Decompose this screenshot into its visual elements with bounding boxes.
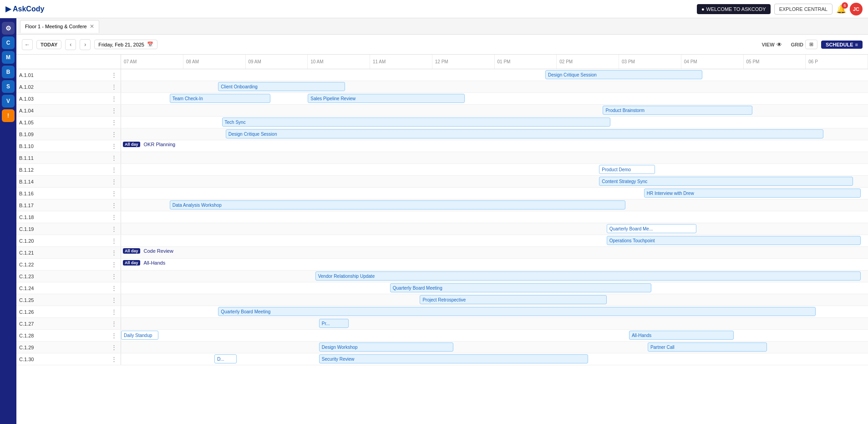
- room-events-cell: [121, 152, 868, 163]
- list-item[interactable]: Tech Sync: [222, 117, 610, 127]
- table-row: B.1.09⋮Design Critique Session: [16, 128, 868, 140]
- list-item[interactable]: Team Check-In: [170, 94, 271, 103]
- list-item[interactable]: Project Retrospective: [420, 295, 606, 304]
- list-item[interactable]: Data Analysis Workshop: [170, 200, 625, 209]
- list-item[interactable]: Quarterly Board Me...: [607, 224, 696, 233]
- room-menu-button[interactable]: ⋮: [110, 320, 118, 327]
- list-item[interactable]: Quarterly Board Meeting: [218, 307, 816, 316]
- table-row: C.1.25⋮Project Retrospective: [16, 294, 868, 306]
- room-events-cell: Design WorkshopPartner Call: [121, 342, 868, 353]
- time-label-7: 02 PM: [557, 55, 619, 69]
- main-layout: ⚙ C M B S V ! Floor 1 - Meeting & Confer…: [0, 18, 868, 424]
- time-label-2: 09 AM: [246, 55, 308, 69]
- explore-button[interactable]: EXPLORE CENTRAL: [774, 4, 832, 15]
- notification-button[interactable]: 🔔 6: [836, 4, 846, 14]
- floor-tab[interactable]: Floor 1 - Meeting & Confere ✕: [20, 20, 99, 33]
- room-menu-button[interactable]: ⋮: [110, 249, 118, 256]
- sidebar-item-V[interactable]: V: [2, 95, 15, 107]
- room-menu-button[interactable]: ⋮: [110, 261, 118, 268]
- list-item[interactable]: Quarterly Board Meeting: [390, 283, 651, 292]
- logo-text: AskCody: [13, 5, 44, 13]
- sidebar-item-S[interactable]: S: [2, 80, 15, 93]
- room-label-cell: C.1.24⋮: [16, 282, 121, 294]
- room-menu-button[interactable]: ⋮: [110, 190, 118, 197]
- room-name: B.1.12: [19, 167, 34, 173]
- allday-event[interactable]: All dayOKR Planning: [123, 142, 175, 147]
- today-button[interactable]: TODAY: [36, 40, 61, 49]
- room-menu-button[interactable]: ⋮: [110, 143, 118, 149]
- time-label-6: 01 PM: [495, 55, 557, 69]
- room-menu-button[interactable]: ⋮: [110, 95, 118, 102]
- room-menu-button[interactable]: ⋮: [110, 285, 118, 291]
- time-label-11: 06 P: [806, 55, 868, 69]
- allday-event[interactable]: All dayAll-Hands: [123, 260, 165, 266]
- list-item[interactable]: Product Brainstorm: [603, 106, 752, 115]
- list-item[interactable]: Client Onboarding: [218, 82, 345, 91]
- list-item[interactable]: Partner Call: [648, 342, 767, 352]
- schedule-button[interactable]: SCHEDULE ≡: [821, 41, 863, 49]
- room-menu-button[interactable]: ⋮: [110, 202, 118, 209]
- room-events-cell: Tech Sync: [121, 117, 868, 128]
- back-button[interactable]: ←: [22, 39, 33, 50]
- room-name: A.1.05: [19, 120, 34, 125]
- list-item[interactable]: Daily Standup: [121, 331, 158, 340]
- room-menu-button[interactable]: ⋮: [110, 166, 118, 173]
- room-name: C.1.25: [19, 297, 34, 303]
- room-menu-button[interactable]: ⋮: [110, 308, 118, 315]
- list-item[interactable]: HR Interview with Drew: [644, 189, 861, 198]
- list-item[interactable]: Content Strategy Sync: [599, 177, 853, 186]
- room-menu-button[interactable]: ⋮: [110, 72, 118, 78]
- prev-button[interactable]: ‹: [65, 39, 76, 50]
- list-item[interactable]: Security Review: [319, 354, 588, 363]
- room-menu-button[interactable]: ⋮: [110, 237, 118, 244]
- sidebar-item-alert[interactable]: !: [2, 109, 15, 122]
- room-label-cell: C.1.25⋮: [16, 294, 121, 306]
- room-menu-button[interactable]: ⋮: [110, 225, 118, 232]
- event-label: OKR Planning: [144, 142, 176, 147]
- close-tab-icon[interactable]: ✕: [90, 23, 94, 30]
- room-menu-button[interactable]: ⋮: [110, 178, 118, 185]
- list-item[interactable]: Vendor Relationship Update: [315, 271, 861, 281]
- room-menu-button[interactable]: ⋮: [110, 356, 118, 363]
- list-item[interactable]: Design Critique Session: [226, 129, 823, 138]
- room-label-cell: A.1.05⋮: [16, 117, 121, 128]
- room-menu-button[interactable]: ⋮: [110, 131, 118, 138]
- room-menu-button[interactable]: ⋮: [110, 344, 118, 351]
- list-item[interactable]: Design Critique Session: [545, 70, 702, 79]
- room-menu-button[interactable]: ⋮: [110, 154, 118, 161]
- list-item[interactable]: Pr...: [319, 319, 349, 328]
- room-menu-button[interactable]: ⋮: [110, 119, 118, 126]
- list-item[interactable]: Operations Touchpoint: [607, 236, 861, 245]
- calendar-area[interactable]: 07 AM08 AM09 AM10 AM11 AM12 PM01 PM02 PM…: [16, 55, 868, 424]
- table-row: B.1.16⋮HR Interview with Drew: [16, 188, 868, 199]
- room-events-cell: Team Check-InSales Pipeline Review: [121, 93, 868, 104]
- grid-toggle[interactable]: ⊞: [805, 40, 817, 49]
- logo-icon: ▶: [5, 5, 11, 13]
- list-item[interactable]: D...: [214, 354, 237, 363]
- room-label-cell: B.1.11⋮: [16, 152, 121, 163]
- room-name: C.1.26: [19, 309, 34, 315]
- room-menu-button[interactable]: ⋮: [110, 332, 118, 339]
- sidebar-item-B[interactable]: B: [2, 66, 15, 78]
- sidebar-item-settings[interactable]: ⚙: [2, 22, 15, 35]
- list-item[interactable]: All-Hands: [629, 331, 734, 340]
- room-menu-button[interactable]: ⋮: [110, 296, 118, 303]
- list-item[interactable]: Sales Pipeline Review: [308, 94, 465, 103]
- room-events-cell: Data Analysis Workshop: [121, 199, 868, 211]
- avatar[interactable]: JC: [850, 3, 863, 15]
- room-menu-button[interactable]: ⋮: [110, 83, 118, 90]
- sidebar-item-M[interactable]: M: [2, 51, 15, 64]
- date-picker[interactable]: Friday, Feb 21, 2025 📅: [94, 40, 157, 49]
- table-row: C.1.24⋮Quarterly Board Meeting: [16, 282, 868, 294]
- table-row: B.1.11⋮: [16, 152, 868, 164]
- next-button[interactable]: ›: [80, 39, 91, 50]
- room-menu-button[interactable]: ⋮: [110, 273, 118, 280]
- room-menu-button[interactable]: ⋮: [110, 214, 118, 220]
- welcome-button[interactable]: ● WELCOME TO ASKCODY: [697, 4, 771, 14]
- list-item[interactable]: Product Demo: [599, 165, 655, 174]
- allday-event[interactable]: All dayCode Review: [123, 248, 173, 254]
- sidebar-item-C[interactable]: C: [2, 36, 15, 49]
- room-menu-button[interactable]: ⋮: [110, 107, 118, 114]
- tab-bar: Floor 1 - Meeting & Confere ✕: [16, 18, 868, 35]
- list-item[interactable]: Design Workshop: [319, 342, 453, 352]
